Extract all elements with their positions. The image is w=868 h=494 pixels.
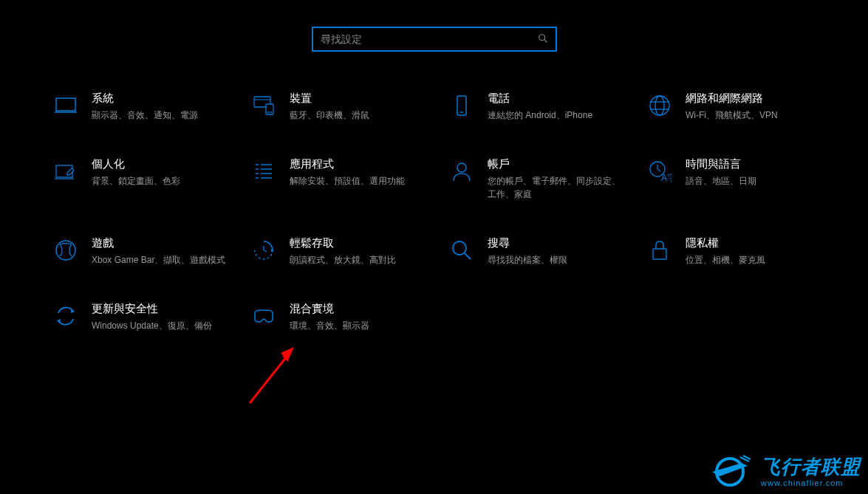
category-update[interactable]: 更新與安全性 Windows Update、復原、備份 bbox=[53, 302, 251, 332]
network-icon bbox=[647, 93, 672, 118]
svg-point-7 bbox=[267, 112, 269, 113]
category-phone[interactable]: 電話 連結您的 Android、iPhone bbox=[449, 92, 647, 122]
svg-line-1 bbox=[544, 39, 547, 42]
update-icon bbox=[53, 303, 78, 329]
svg-line-36 bbox=[465, 253, 471, 259]
category-mixed-reality[interactable]: 混合實境 環境、音效、顯示器 bbox=[251, 302, 449, 332]
svg-point-26 bbox=[457, 163, 466, 172]
watermark: 飞行者联盟 www.chinaflier.com bbox=[705, 453, 861, 488]
annotation-arrow bbox=[244, 344, 301, 408]
category-desc: 語音、地區、日期 bbox=[686, 174, 823, 188]
categories-grid: 系統 顯示器、音效、通知、電源 裝置 藍牙、印表機、滑鼠 電話 連結您的 And… bbox=[0, 78, 868, 332]
search-category-icon bbox=[449, 238, 474, 263]
category-desc: 顯示器、音效、通知、電源 bbox=[92, 109, 229, 122]
category-ease-of-access[interactable]: 輕鬆存取 朗讀程式、放大鏡、高對比 bbox=[251, 236, 449, 267]
svg-point-8 bbox=[269, 112, 270, 113]
category-title: 個人化 bbox=[92, 157, 229, 171]
category-desc: 環境、音效、顯示器 bbox=[290, 319, 427, 332]
category-title: 搜尋 bbox=[488, 236, 625, 250]
category-desc: 背景、鎖定畫面、色彩 bbox=[92, 174, 229, 188]
accounts-icon bbox=[449, 159, 474, 184]
watermark-title: 飞行者联盟 bbox=[761, 454, 861, 480]
category-desc: 位置、相機、麥克風 bbox=[686, 253, 823, 267]
category-gaming[interactable]: 遊戲 Xbox Game Bar、擷取、遊戲模式 bbox=[53, 236, 251, 267]
category-network[interactable]: 網路和網際網路 Wi-Fi、飛航模式、VPN bbox=[647, 92, 845, 122]
svg-point-9 bbox=[271, 112, 273, 113]
category-title: 帳戶 bbox=[488, 157, 625, 171]
category-title: 隱私權 bbox=[686, 236, 823, 250]
category-desc: Xbox Game Bar、擷取、遊戲模式 bbox=[92, 253, 229, 267]
category-system[interactable]: 系統 顯示器、音效、通知、電源 bbox=[53, 92, 251, 122]
svg-line-40 bbox=[250, 353, 290, 403]
category-apps[interactable]: 應用程式 解除安裝、預設值、選用功能 bbox=[251, 157, 449, 201]
category-accounts[interactable]: 帳戶 您的帳戶、電子郵件、同步設定、工作、家庭 bbox=[449, 157, 647, 201]
privacy-icon bbox=[647, 238, 672, 263]
category-personalization[interactable]: 個人化 背景、鎖定畫面、色彩 bbox=[53, 157, 251, 201]
svg-line-34 bbox=[264, 250, 267, 252]
category-desc: 連結您的 Android、iPhone bbox=[488, 109, 625, 122]
category-title: 輕鬆存取 bbox=[290, 236, 427, 250]
watermark-logo-icon bbox=[705, 453, 755, 488]
category-title: 網路和網際網路 bbox=[686, 92, 823, 106]
category-desc: 解除安裝、預設值、選用功能 bbox=[290, 174, 427, 188]
svg-line-29 bbox=[657, 169, 660, 171]
category-time-language[interactable]: A字 時間與語言 語音、地區、日期 bbox=[647, 157, 845, 201]
personalization-icon bbox=[53, 159, 78, 184]
category-search[interactable]: 搜尋 尋找我的檔案、權限 bbox=[449, 236, 647, 267]
search-icon bbox=[538, 33, 548, 46]
svg-text:A字: A字 bbox=[661, 173, 671, 183]
time-language-icon: A字 bbox=[647, 159, 672, 184]
svg-point-13 bbox=[655, 96, 664, 115]
category-title: 裝置 bbox=[290, 92, 427, 106]
category-desc: Wi-Fi、飛航模式、VPN bbox=[686, 109, 823, 122]
category-privacy[interactable]: 隱私權 位置、相機、麥克風 bbox=[647, 236, 845, 267]
category-devices[interactable]: 裝置 藍牙、印表機、滑鼠 bbox=[251, 92, 449, 122]
svg-marker-41 bbox=[282, 353, 290, 362]
ease-of-access-icon bbox=[251, 238, 276, 263]
system-icon bbox=[53, 93, 78, 118]
category-desc: Windows Update、復原、備份 bbox=[92, 319, 229, 332]
category-desc: 您的帳戶、電子郵件、同步設定、工作、家庭 bbox=[488, 174, 625, 201]
search-input[interactable] bbox=[321, 33, 538, 45]
svg-point-12 bbox=[650, 96, 669, 115]
gaming-icon bbox=[53, 238, 78, 263]
phone-icon bbox=[449, 93, 474, 118]
devices-icon bbox=[251, 93, 276, 118]
svg-marker-42 bbox=[281, 347, 294, 360]
category-desc: 朗讀程式、放大鏡、高對比 bbox=[290, 253, 427, 267]
svg-rect-37 bbox=[653, 249, 666, 259]
svg-point-35 bbox=[453, 241, 466, 255]
category-title: 時間與語言 bbox=[686, 157, 823, 171]
category-title: 電話 bbox=[488, 92, 625, 106]
category-title: 應用程式 bbox=[290, 157, 427, 171]
apps-icon bbox=[251, 159, 276, 184]
category-desc: 藍牙、印表機、滑鼠 bbox=[290, 109, 427, 122]
svg-point-0 bbox=[539, 34, 544, 40]
category-title: 更新與安全性 bbox=[92, 302, 229, 316]
search-box[interactable] bbox=[312, 27, 557, 52]
svg-rect-2 bbox=[56, 98, 75, 111]
category-title: 混合實境 bbox=[290, 302, 427, 316]
category-title: 遊戲 bbox=[92, 236, 229, 250]
category-desc: 尋找我的檔案、權限 bbox=[488, 253, 625, 267]
mixed-reality-icon bbox=[251, 303, 276, 329]
category-title: 系統 bbox=[92, 92, 229, 106]
